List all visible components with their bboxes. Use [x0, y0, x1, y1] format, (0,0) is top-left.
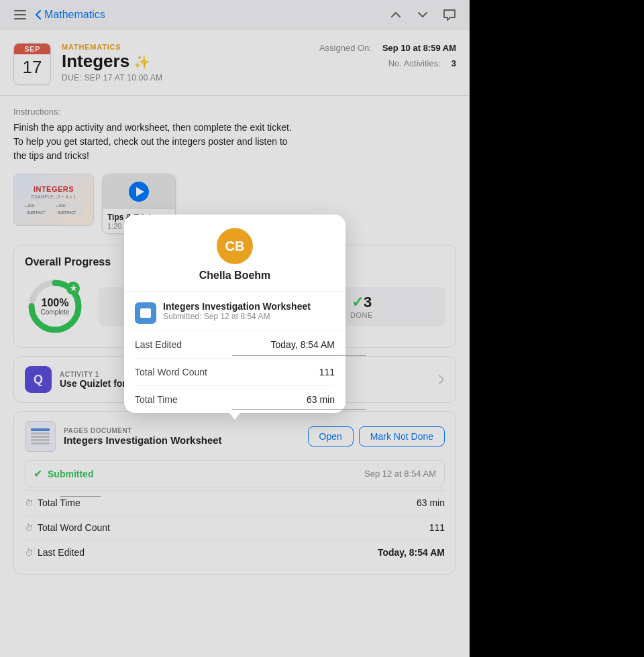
connector-line-3 — [60, 496, 101, 497]
popup-doc-icon — [135, 302, 156, 324]
student-avatar: CB — [217, 228, 253, 264]
popup-word-count-label: Total Word Count — [135, 367, 319, 377]
student-name: Chella Boehm — [138, 270, 332, 282]
popup-overlay: CB Chella Boehm Integers Investigation W… — [0, 0, 470, 657]
popup-last-edited-value: Today, 8:54 AM — [271, 339, 335, 350]
popup-word-count-value: 111 — [319, 367, 335, 377]
popup-total-time-label: Total Time — [135, 394, 307, 405]
popup-total-time-value: 63 min — [307, 394, 335, 405]
popup-last-edited-label: Last Edited — [135, 339, 271, 350]
popup-stats: Last Edited Today, 8:54 AM Total Word Co… — [124, 331, 345, 413]
popup-header: CB Chella Boehm — [124, 215, 345, 292]
popup-doc-submitted: Submitted: Sep 12 at 8:54 AM — [163, 312, 311, 321]
student-detail-popup: CB Chella Boehm Integers Investigation W… — [124, 215, 345, 413]
popup-last-edited-row: Last Edited Today, 8:54 AM — [135, 331, 335, 359]
popup-document-row: Integers Investigation Worksheet Submitt… — [124, 292, 345, 331]
popup-doc-title: Integers Investigation Worksheet — [163, 301, 311, 312]
popup-word-count-row: Total Word Count 111 — [135, 359, 335, 386]
connector-line-2 — [232, 409, 366, 410]
connector-line-1 — [232, 355, 366, 356]
popup-doc-info: Integers Investigation Worksheet Submitt… — [163, 301, 311, 321]
popup-tail — [229, 413, 240, 420]
